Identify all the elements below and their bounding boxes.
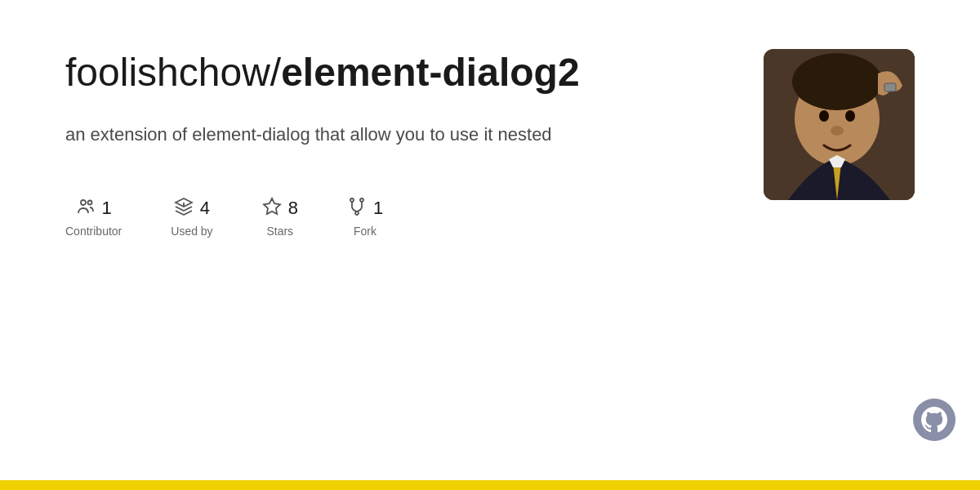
stat-stars[interactable]: 8 Stars (262, 197, 298, 238)
stat-used-by[interactable]: 4 Used by (171, 197, 212, 238)
repo-description: an extension of element-dialog that allo… (65, 121, 735, 148)
stat-contributors-top: 1 (76, 197, 112, 220)
svg-point-15 (831, 126, 844, 136)
forks-label: Fork (354, 225, 376, 238)
stats-row: 1 Contributor 4 U (65, 197, 735, 238)
used-by-count: 4 (200, 198, 210, 219)
stat-forks[interactable]: 1 Fork (347, 197, 383, 238)
repo-name[interactable]: element-dialog2 (281, 51, 579, 94)
svg-point-11 (792, 53, 882, 110)
svg-point-0 (81, 200, 86, 205)
svg-point-6 (355, 212, 359, 215)
stars-label: Stars (266, 225, 293, 238)
stat-contributors[interactable]: 1 Contributor (65, 197, 122, 238)
svg-point-5 (360, 198, 363, 202)
github-icon-circle (913, 399, 956, 441)
avatar-image (764, 49, 915, 200)
contributors-label: Contributor (65, 225, 122, 238)
github-icon (921, 407, 947, 433)
svg-point-14 (845, 110, 855, 122)
used-by-label: Used by (171, 225, 212, 238)
svg-point-4 (350, 198, 354, 202)
page-container: foolishchow/element-dialog2 an extension… (0, 0, 980, 238)
repo-title: foolishchow/element-dialog2 (65, 49, 735, 96)
yellow-bottom-bar (0, 480, 980, 490)
repo-owner[interactable]: foolishchow (65, 51, 270, 94)
github-icon-wrapper[interactable] (913, 399, 956, 441)
forks-count: 1 (373, 198, 383, 219)
svg-rect-12 (884, 83, 896, 91)
svg-point-13 (819, 110, 829, 122)
avatar (764, 49, 915, 200)
contributors-count: 1 (102, 198, 112, 219)
stat-forks-top: 1 (347, 197, 383, 220)
star-icon (262, 197, 282, 220)
stars-count: 8 (288, 198, 298, 219)
avatar-container (764, 49, 915, 200)
stat-stars-top: 8 (262, 197, 298, 220)
contributors-icon (76, 197, 96, 220)
svg-marker-3 (264, 198, 280, 214)
content-left: foolishchow/element-dialog2 an extension… (65, 49, 735, 238)
package-icon (174, 197, 194, 220)
svg-point-1 (87, 200, 91, 204)
fork-icon (347, 197, 367, 220)
stat-used-by-top: 4 (174, 197, 210, 220)
